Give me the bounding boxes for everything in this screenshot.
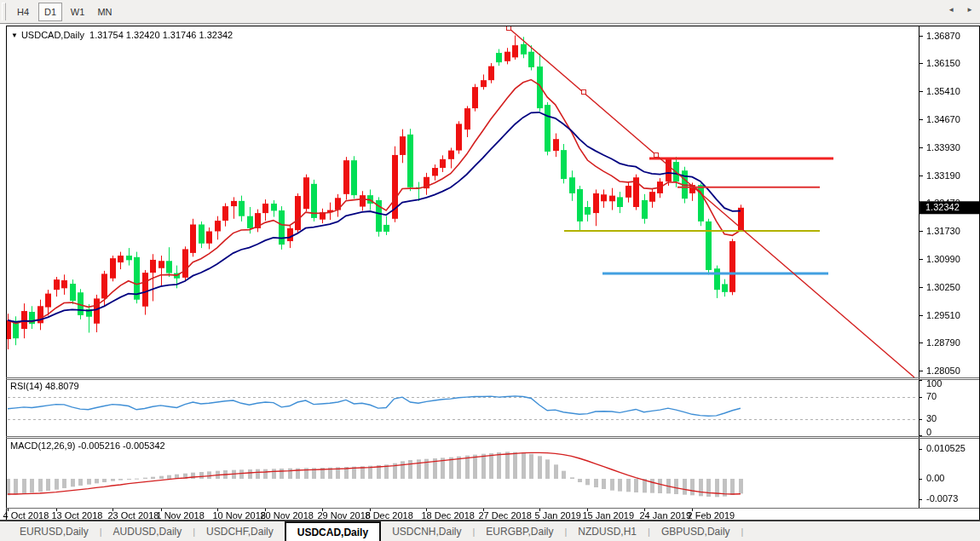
- chart-title-quote: 1.31754 1.32420 1.31746 1.32342: [89, 30, 233, 40]
- symbol-tab-usdcad[interactable]: USDCAD,Daily: [285, 521, 381, 541]
- rsi-indicator-label: RSI(14) 48.8079: [10, 381, 79, 391]
- timeframe-button-w1[interactable]: W1: [66, 3, 89, 21]
- timeframe-toolbar: H4D1W1MN: [0, 0, 980, 24]
- symbol-tab-usdcnh[interactable]: USDCNH,Daily: [381, 521, 472, 541]
- symbol-tab-audusd[interactable]: AUDUSD,Daily: [102, 521, 193, 541]
- symbol-tab-eurusd[interactable]: EURUSD,Daily: [9, 521, 100, 541]
- tab-scroll-right-icon[interactable]: ►: [966, 6, 973, 14]
- macd-indicator-label: MACD(12,26,9) -0.005216 -0.005342: [10, 440, 165, 451]
- chart-dropdown-icon[interactable]: ▼: [11, 32, 18, 39]
- chart-canvas[interactable]: [0, 0, 980, 541]
- symbol-tab-gbpusd[interactable]: GBPUSD,Daily: [650, 521, 741, 541]
- symbol-tabs: EURUSD,Daily|AUDUSD,Daily|USDCHF,DailyUS…: [9, 521, 743, 541]
- timeframe-button-mn[interactable]: MN: [93, 3, 117, 21]
- symbol-tab-nzdusd[interactable]: NZDUSD,H1: [567, 521, 648, 541]
- symbol-tab-eurgbp[interactable]: EURGBP,Daily: [475, 521, 564, 541]
- timeframe-button-d1[interactable]: D1: [38, 3, 62, 21]
- tab-scroll-controls: ◄ ►: [948, 0, 973, 20]
- symbol-tab-usdchf[interactable]: USDCHF,Daily: [195, 521, 285, 541]
- toolbar-gripper-icon[interactable]: [2, 3, 6, 20]
- timeframe-buttons: H4D1W1MN: [11, 3, 120, 21]
- tab-scroll-left-icon[interactable]: ◄: [948, 6, 954, 14]
- chart-title: ▼USDCAD,Daily 1.31754 1.32420 1.31746 1.…: [11, 30, 233, 40]
- timeframe-button-h4[interactable]: H4: [11, 3, 35, 21]
- chart-title-symbol: USDCAD,Daily: [21, 30, 84, 40]
- tab-separator: |: [741, 521, 744, 541]
- symbol-tabbar: EURUSD,Daily|AUDUSD,Daily|USDCHF,DailyUS…: [0, 521, 980, 541]
- mt4-chart-window: { "toolbar": { "timeframes": [ {"label":…: [0, 0, 980, 541]
